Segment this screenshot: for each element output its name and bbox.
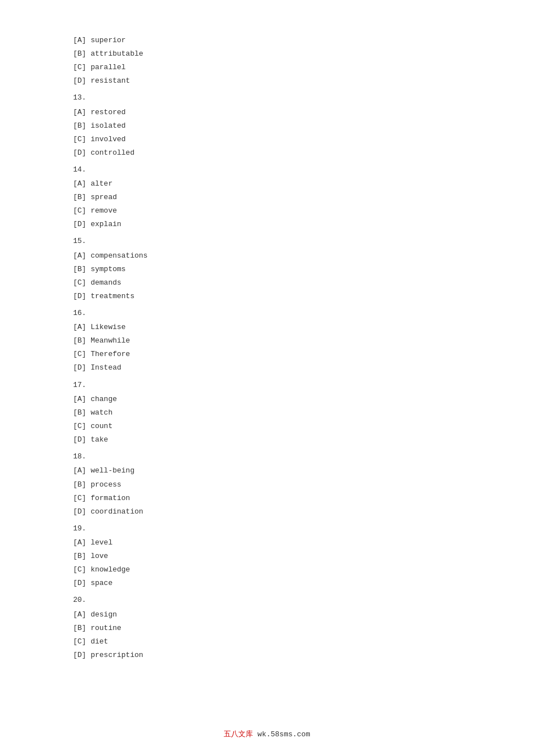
question-number-14: 14. [73, 163, 461, 176]
question-number-19: 19. [73, 522, 461, 535]
option-5-D: [D] Instead [73, 361, 461, 375]
option-7-D: [D] coordination [73, 505, 461, 519]
option-1-C: [C] parallel [73, 61, 461, 74]
option-3-D: [D] explain [73, 218, 461, 231]
option-3-C: [C] remove [73, 204, 461, 218]
option-8-A: [A] level [73, 536, 461, 550]
question-number-16: 16. [73, 307, 461, 320]
option-4-C: [C] demands [73, 276, 461, 290]
option-2-B: [B] isolated [73, 119, 461, 133]
option-9-A: [A] design [73, 608, 461, 622]
option-6-C: [C] count [73, 420, 461, 433]
option-7-A: [A] well-being [73, 464, 461, 478]
question-number-17: 17. [73, 379, 461, 392]
option-2-C: [C] involved [73, 133, 461, 146]
option-6-D: [D] take [73, 433, 461, 447]
footer: 五八文库 wk.58sms.com [0, 729, 534, 739]
option-4-A: [A] compensations [73, 249, 461, 263]
option-4-D: [D] treatments [73, 290, 461, 303]
option-7-C: [C] formation [73, 492, 461, 505]
option-9-B: [B] routine [73, 622, 461, 635]
option-5-C: [C] Therefore [73, 348, 461, 361]
option-5-B: [B] Meanwhile [73, 334, 461, 348]
question-number-18: 18. [73, 450, 461, 463]
option-7-B: [B] process [73, 478, 461, 492]
option-6-A: [A] change [73, 393, 461, 406]
option-8-C: [C] knowledge [73, 563, 461, 577]
question-number-15: 15. [73, 235, 461, 248]
option-4-B: [B] symptoms [73, 263, 461, 276]
option-6-B: [B] watch [73, 406, 461, 420]
option-5-A: [A] Likewise [73, 321, 461, 334]
option-8-D: [D] space [73, 577, 461, 590]
option-2-D: [D] controlled [73, 146, 461, 160]
main-content: [A] superior[B] attributable[C] parallel… [0, 0, 534, 707]
option-2-A: [A] restored [73, 106, 461, 119]
footer-url: wk.58sms.com [257, 730, 310, 739]
option-3-A: [A] alter [73, 177, 461, 191]
option-3-B: [B] spread [73, 191, 461, 204]
question-number-20: 20. [73, 593, 461, 606]
option-8-B: [B] love [73, 550, 461, 563]
option-1-D: [D] resistant [73, 74, 461, 88]
option-1-A: [A] superior [73, 34, 461, 47]
footer-brand: 五八文库 [224, 730, 253, 739]
question-number-13: 13. [73, 91, 461, 104]
option-9-D: [D] prescription [73, 649, 461, 662]
option-1-B: [B] attributable [73, 47, 461, 61]
option-9-C: [C] diet [73, 635, 461, 649]
